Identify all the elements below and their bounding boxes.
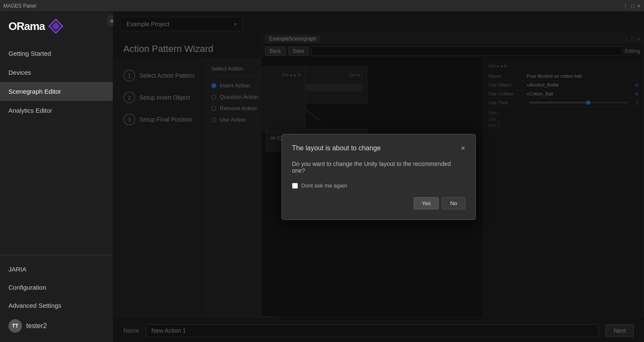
modal-buttons: Yes No xyxy=(292,197,465,209)
avatar: TT xyxy=(8,319,22,333)
sidebar-item-advanced-settings[interactable]: Advanced Settings xyxy=(8,297,104,314)
modal-body: Do you want to change the Unity layout t… xyxy=(292,160,465,174)
sidebar-item-getting-started[interactable]: Getting Started xyxy=(0,44,113,63)
app-title: MAGES Panel xyxy=(3,3,36,9)
sidebar-nav: Getting Started Devices Scenegraph Edito… xyxy=(0,41,113,255)
main-layout: ORama « Getting Started Devices Scenegra… xyxy=(0,12,644,342)
dont-ask-checkbox[interactable] xyxy=(292,183,298,189)
sidebar-item-scenegraph-editor[interactable]: Scenegraph Editor xyxy=(0,82,113,101)
logo-text: ORama xyxy=(8,20,45,33)
title-bar: MAGES Panel ⋮ □ × xyxy=(0,0,644,12)
modal-overlay: The layout is about to change × Do you w… xyxy=(113,12,644,342)
window-controls: ⋮ □ × xyxy=(622,3,641,9)
sidebar-item-configuration[interactable]: Configuration xyxy=(8,279,104,296)
maximize-icon[interactable]: □ xyxy=(631,3,634,9)
username: tester2 xyxy=(26,322,47,330)
modal-no-button[interactable]: No xyxy=(442,197,465,209)
sidebar-bottom: JARIA Configuration Advanced Settings TT… xyxy=(0,255,113,342)
dont-ask-label: Dont ask me again xyxy=(301,182,347,189)
modal-checkbox-row: Dont ask me again xyxy=(292,182,465,189)
sidebar-item-analytics-editor[interactable]: Analytics Editor xyxy=(0,101,113,120)
sidebar: ORama « Getting Started Devices Scenegra… xyxy=(0,12,113,342)
logo-diamond-icon xyxy=(48,19,63,34)
sidebar-item-devices[interactable]: Devices xyxy=(0,63,113,82)
svg-marker-1 xyxy=(52,22,60,30)
modal-title: The layout is about to change xyxy=(292,144,381,152)
content-area: Example Project Action Pattern Wizard 1 … xyxy=(113,12,644,342)
layout-change-modal: The layout is about to change × Do you w… xyxy=(281,134,476,220)
close-icon[interactable]: × xyxy=(637,3,641,9)
modal-close-button[interactable]: × xyxy=(461,144,465,152)
user-profile[interactable]: TT tester2 xyxy=(8,315,104,337)
more-icon[interactable]: ⋮ xyxy=(622,3,628,9)
modal-yes-button[interactable]: Yes xyxy=(414,197,439,209)
sidebar-item-jaria[interactable]: JARIA xyxy=(8,261,104,278)
modal-header: The layout is about to change × xyxy=(292,144,465,152)
logo-area: ORama xyxy=(0,12,113,41)
